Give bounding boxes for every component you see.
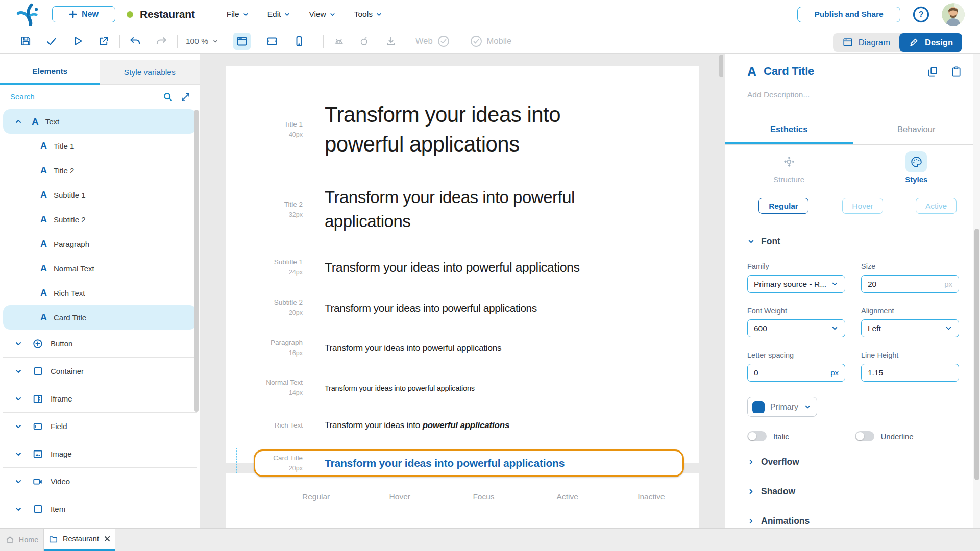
design-tab[interactable]: Design — [899, 33, 962, 52]
state-hover-button[interactable]: Hover — [842, 198, 883, 214]
view-styles[interactable]: Styles — [853, 151, 980, 184]
font-weight-select[interactable]: 600 — [747, 319, 845, 337]
sample-text-normal[interactable]: Transform your ideas into powerful appli… — [325, 384, 475, 392]
mobile-view-icon[interactable] — [292, 34, 306, 48]
sample-text-subtitle-1[interactable]: Transform your ideas into powerful appli… — [325, 260, 579, 275]
new-button[interactable]: New — [52, 6, 115, 22]
tree-item-subtitle-1[interactable]: A Subtitle 1 — [3, 183, 197, 207]
search-icon[interactable] — [162, 91, 174, 103]
chevron-down-icon[interactable] — [12, 367, 24, 375]
chevron-up-icon[interactable] — [12, 117, 24, 126]
text-color-select[interactable]: Primary — [747, 397, 817, 417]
canvas-row-rich-text[interactable]: Rich Text Transform your ideas into powe… — [226, 408, 699, 443]
help-icon[interactable]: ? — [913, 6, 929, 23]
state-active-button[interactable]: Active — [916, 198, 957, 214]
inspector-scrollbar-track[interactable] — [973, 54, 980, 528]
state-regular-button[interactable]: Regular — [758, 198, 808, 214]
sample-text-subtitle-2[interactable]: Transform your ideas into powerful appli… — [325, 302, 537, 314]
chevron-down-icon[interactable] — [12, 478, 24, 486]
canvas-row-subtitle-2[interactable]: Subtitle 2 20px Transform your ideas int… — [226, 288, 699, 328]
canvas-row-subtitle-1[interactable]: Subtitle 1 24px Transform your ideas int… — [226, 247, 699, 288]
animations-section-header[interactable]: Animations — [747, 516, 962, 527]
tree-group-field[interactable]: Field — [3, 412, 197, 440]
canvas-row-title-2[interactable]: Title 2 32px Transform your ideas into p… — [226, 172, 699, 247]
tab-esthetics[interactable]: Esthetics — [725, 114, 853, 144]
export-icon[interactable] — [96, 34, 111, 48]
sample-text-title-2[interactable]: Transform your ideas into powerful appli… — [325, 186, 621, 234]
tab-style-variables[interactable]: Style variables — [100, 60, 200, 85]
close-icon[interactable] — [104, 535, 111, 542]
tablet-view-icon[interactable] — [265, 34, 279, 48]
tree-group-video[interactable]: Video — [3, 467, 197, 495]
tree-item-card-title[interactable]: A Card Title — [3, 305, 197, 330]
inspector-panel: A Card Title Esthetics Behaviour — [725, 54, 980, 528]
menu-edit[interactable]: Edit — [267, 10, 291, 19]
menu-view[interactable]: View — [309, 10, 335, 19]
desktop-view-icon[interactable] — [233, 33, 251, 50]
tree-group-container[interactable]: Container — [3, 357, 197, 385]
app-logo[interactable] — [15, 3, 39, 26]
description-input[interactable] — [747, 90, 962, 99]
shadow-section-header[interactable]: Shadow — [747, 486, 962, 497]
tree-item-subtitle-2[interactable]: A Subtitle 2 — [3, 207, 197, 232]
home-tab[interactable]: Home — [0, 529, 44, 551]
row-label: Paragraph — [226, 338, 303, 348]
search-input[interactable] — [10, 89, 177, 105]
tree-group-image[interactable]: Image — [3, 440, 197, 467]
run-icon[interactable] — [70, 34, 85, 48]
tab-behaviour[interactable]: Behaviour — [853, 114, 980, 144]
tree-group-item[interactable]: Item — [3, 495, 197, 522]
styles-palette-icon — [905, 151, 927, 172]
copy-icon[interactable] — [926, 65, 939, 78]
tree-item-paragraph[interactable]: A Paragraph — [3, 232, 197, 256]
tree-group-iframe[interactable]: Iframe — [3, 385, 197, 412]
font-family-select[interactable]: Primary source - R... — [747, 275, 845, 293]
expand-panel-icon[interactable] — [179, 91, 191, 103]
line-height-input[interactable] — [861, 364, 959, 382]
menu-tools[interactable]: Tools — [354, 10, 382, 19]
overflow-section-header[interactable]: Overflow — [747, 457, 962, 467]
chevron-down-icon[interactable] — [12, 395, 24, 403]
sample-text-card-title[interactable]: Transform your ideas into powerful appli… — [325, 457, 565, 469]
canvas-scrollbar[interactable] — [719, 55, 723, 77]
alignment-select[interactable]: Left — [861, 319, 959, 337]
check-icon[interactable] — [44, 34, 59, 48]
inspector-scrollbar[interactable] — [974, 229, 979, 480]
canvas-row-normal-text[interactable]: Normal Text 14px Transform your ideas in… — [226, 368, 699, 408]
publish-and-share-button[interactable]: Publish and Share — [797, 7, 900, 22]
chevron-down-icon[interactable] — [12, 505, 24, 513]
sample-text-title-1[interactable]: Transform your ideas into powerful appli… — [325, 100, 600, 159]
clipboard-icon[interactable] — [950, 65, 962, 78]
zoom-level-control[interactable]: 100 % — [186, 37, 218, 46]
tree-item-title-2[interactable]: A Title 2 — [3, 158, 197, 183]
chevron-down-icon[interactable] — [12, 450, 24, 458]
canvas-row-paragraph[interactable]: Paragraph 16px Transform your ideas into… — [226, 328, 699, 368]
redo-icon[interactable] — [154, 34, 168, 48]
save-icon[interactable] — [18, 34, 33, 48]
diagram-tab[interactable]: Diagram — [833, 33, 899, 52]
font-section-header[interactable]: Font — [747, 236, 962, 247]
design-canvas[interactable]: Title 1 40px Transform your ideas into p… — [200, 54, 725, 528]
font-size-input[interactable]: px — [861, 275, 959, 293]
tree-item-normal-text[interactable]: A Normal Text — [3, 256, 197, 281]
underline-toggle[interactable] — [855, 431, 874, 441]
menu-file[interactable]: File — [227, 10, 249, 19]
chevron-down-icon[interactable] — [12, 340, 24, 348]
project-tab[interactable]: Restaurant — [44, 529, 115, 551]
sample-text-rich[interactable]: Transform your ideas into powerful appli… — [325, 420, 509, 431]
user-avatar[interactable] — [942, 3, 965, 26]
tree-item-rich-text[interactable]: A Rich Text — [3, 281, 197, 305]
sample-text-paragraph[interactable]: Transform your ideas into powerful appli… — [325, 343, 501, 354]
tree-group-button[interactable]: Button — [3, 330, 197, 357]
view-structure[interactable]: Structure — [725, 151, 853, 184]
design-icon — [909, 37, 920, 48]
undo-icon[interactable] — [128, 34, 142, 48]
tree-item-title-1[interactable]: A Title 1 — [3, 134, 197, 158]
italic-toggle[interactable] — [747, 431, 767, 441]
tree-group-text[interactable]: A Text — [3, 109, 197, 134]
sidebar-scrollbar[interactable] — [194, 110, 199, 412]
chevron-down-icon[interactable] — [12, 422, 24, 431]
canvas-row-title-1[interactable]: Title 1 40px Transform your ideas into p… — [226, 87, 699, 172]
tab-elements[interactable]: Elements — [0, 60, 100, 85]
letter-spacing-input[interactable]: px — [747, 364, 845, 382]
